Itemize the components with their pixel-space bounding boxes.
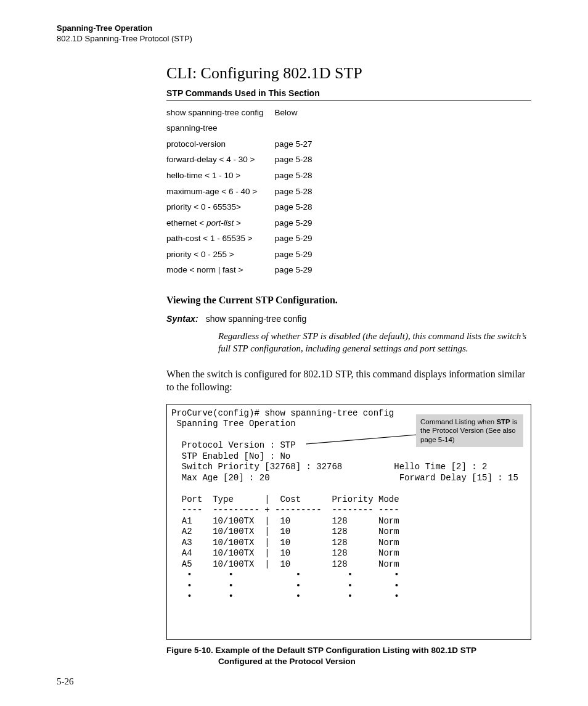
commands-section-label: STP Commands Used in This Section	[166, 88, 531, 101]
table-row: priority < 0 - 65535>page 5-28	[166, 199, 323, 215]
breadcrumb-chapter: Spanning-Tree Operation	[57, 23, 531, 34]
command-page: page 5-28	[275, 199, 324, 215]
command-page: page 5-28	[275, 184, 324, 200]
command-page: page 5-28	[275, 152, 324, 168]
command-page: page 5-28	[275, 168, 324, 184]
table-row: hello-time < 1 - 10 >page 5-28	[166, 168, 323, 184]
command-name: mode < norm | fast >	[166, 262, 275, 278]
table-row: ethernet < port-list >page 5-29	[166, 215, 323, 231]
command-name: protocol-version	[166, 136, 275, 152]
running-head: Spanning-Tree Operation 802.1D Spanning-…	[57, 23, 531, 44]
table-row: show spanning-tree configBelow	[166, 105, 323, 121]
terminal-output: ProCurve(config)# show spanning-tree con…	[166, 404, 531, 641]
callout-text-1: Command Listing when	[420, 418, 496, 425]
command-page: Below	[275, 105, 324, 121]
syntax-row: Syntax: show spanning-tree config	[166, 313, 531, 326]
command-name: show spanning-tree config	[166, 105, 275, 121]
command-page: page 5-29	[275, 215, 324, 231]
command-page: page 5-29	[275, 262, 324, 278]
command-page	[275, 120, 324, 136]
command-page: page 5-27	[275, 136, 324, 152]
syntax-description: Regardless of whether STP is disabled (t…	[218, 330, 531, 355]
syntax-command: show spanning-tree config	[206, 314, 306, 324]
table-row: priority < 0 - 255 >page 5-29	[166, 247, 323, 263]
syntax-label: Syntax:	[166, 313, 203, 324]
callout-box: Command Listing when STP is the Protocol…	[416, 414, 523, 447]
command-name: path-cost < 1 - 65535 >	[166, 231, 275, 247]
table-row: mode < norm | fast >page 5-29	[166, 262, 323, 278]
command-name: maximum-age < 6 - 40 >	[166, 184, 275, 200]
command-page: page 5-29	[275, 231, 324, 247]
command-name: priority < 0 - 65535>	[166, 199, 275, 215]
commands-table: show spanning-tree configBelowspanning-t…	[166, 105, 323, 278]
command-name: ethernet < port-list >	[166, 215, 275, 231]
breadcrumb-section: 802.1D Spanning-Tree Protocol (STP)	[57, 34, 192, 43]
command-name: spanning-tree	[166, 120, 275, 136]
command-name: priority < 0 - 255 >	[166, 247, 275, 263]
command-name: forward-delay < 4 - 30 >	[166, 152, 275, 168]
callout-bold: STP	[496, 418, 510, 425]
command-page: page 5-29	[275, 247, 324, 263]
body-paragraph: When the switch is configured for 802.1D…	[166, 367, 531, 394]
viewing-config-heading: Viewing the Current STP Configuration.	[166, 294, 531, 307]
command-name: hello-time < 1 - 10 >	[166, 168, 275, 184]
figure-caption-line1: Figure 5-10. Example of the Default STP …	[166, 646, 476, 655]
figure-caption-line2: Configured at the Protocol Version	[166, 656, 531, 667]
table-row: maximum-age < 6 - 40 >page 5-28	[166, 184, 323, 200]
page-number: 5-26	[57, 676, 74, 688]
page-title: CLI: Configuring 802.1D STP	[166, 63, 531, 84]
figure-caption: Figure 5-10. Example of the Default STP …	[166, 645, 531, 667]
table-row: forward-delay < 4 - 30 >page 5-28	[166, 152, 323, 168]
table-row: spanning-tree	[166, 120, 323, 136]
table-row: path-cost < 1 - 65535 >page 5-29	[166, 231, 323, 247]
table-row: protocol-versionpage 5-27	[166, 136, 323, 152]
